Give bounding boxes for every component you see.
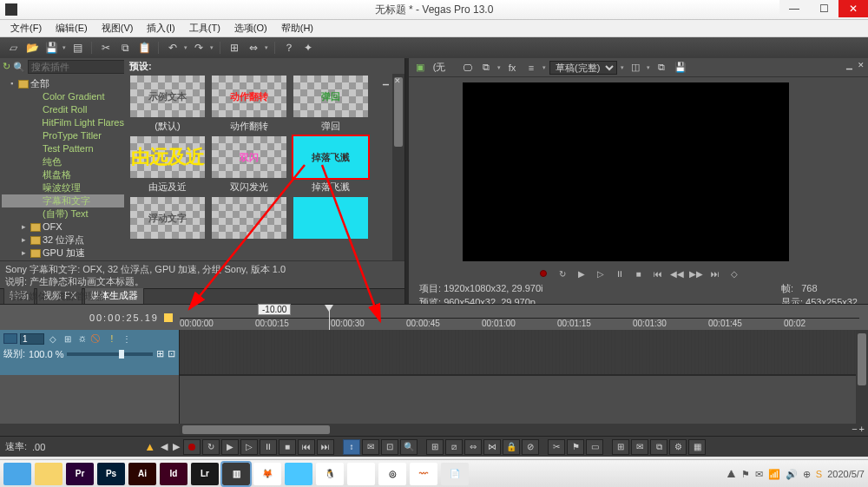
tl-go-start-button[interactable]: ⏮ (298, 439, 315, 455)
save-dropdown-icon[interactable]: ▾ (62, 44, 66, 51)
auto-crossfade-button[interactable]: ⋈ (483, 439, 501, 455)
scrub-right-icon[interactable]: ▶ (173, 441, 180, 452)
ignore-event-button[interactable]: ⊘ (522, 439, 539, 455)
taskbar-app-lightroom[interactable]: Lr (191, 463, 219, 485)
tree-item[interactable]: 棋盘格 (43, 168, 71, 181)
snap-icon[interactable]: ⊞ (227, 40, 242, 56)
marker-flag-icon[interactable] (164, 313, 173, 322)
undo-history-icon[interactable]: ▾ (184, 44, 187, 51)
cut-icon[interactable]: ✂ (98, 40, 114, 56)
tl-record-button[interactable] (183, 439, 201, 455)
playhead[interactable] (329, 305, 330, 330)
current-time[interactable]: 00:00:25.19 (89, 313, 159, 323)
ripple-icon[interactable]: ⇔ (246, 40, 261, 56)
new-project-icon[interactable]: ▱ (5, 40, 21, 56)
zoom-tool-button[interactable]: 🔍 (400, 439, 418, 455)
split-dropdown-icon[interactable]: ▾ (542, 64, 546, 71)
misc-b-button[interactable]: ✉ (631, 439, 648, 455)
taskbar-app-15[interactable]: 📄 (441, 463, 469, 485)
close-button[interactable]: ✕ (838, 0, 868, 17)
panel-close-icon[interactable]: ✕ (856, 60, 866, 70)
video-track-lane[interactable] (180, 330, 868, 375)
refresh-icon[interactable]: ↻ (3, 61, 10, 73)
play-from-start-button[interactable]: ▷ (594, 267, 608, 280)
misc-c-button[interactable]: ⧉ (650, 439, 667, 455)
marker-add-button[interactable]: ⚑ (567, 439, 584, 455)
empty-track-header[interactable] (0, 375, 180, 424)
timeline-body[interactable]: ◇ ⊞ ⛭ ⃠ ! ⋮ 级别: 100.0 % ⊞ ⊡ (0, 330, 868, 424)
misc-e-button[interactable]: ▦ (688, 439, 706, 455)
paste-icon[interactable]: 📋 (136, 40, 152, 56)
more-icon[interactable]: ⋮ (121, 332, 133, 345)
plugin-tree[interactable]: ▪全部 Color Gradient Credit Roll HitFilm L… (0, 76, 124, 260)
scrub-left-icon[interactable]: ◀ (161, 441, 168, 452)
tree-item[interactable]: (自带) Text (43, 207, 89, 220)
menu-view[interactable]: 视图(V) (95, 20, 141, 36)
preview-quality-select[interactable]: 草稿(完整) (549, 61, 617, 75)
preset-thumb-zoom[interactable]: 由远及近 (130, 136, 205, 178)
preset-thumb-9[interactable] (293, 197, 368, 239)
misc-a-button[interactable]: ⊞ (612, 439, 629, 455)
taskbar-app-1[interactable] (3, 463, 31, 485)
menu-help[interactable]: 帮助(H) (274, 20, 320, 36)
split-screen-icon[interactable]: ≡ (523, 60, 539, 76)
prev-frame-button[interactable]: ◀◀ (670, 267, 684, 280)
video-track-header[interactable]: ◇ ⊞ ⛭ ⃠ ! ⋮ 级别: 100.0 % ⊞ ⊡ (0, 330, 180, 375)
tree-item[interactable]: 纯色 (43, 155, 62, 168)
preview-fx-icon[interactable]: fx (504, 60, 520, 76)
pause-button[interactable]: ⏸ (613, 267, 627, 280)
quantize-button[interactable]: ⧄ (445, 439, 463, 455)
envelope-tool-button[interactable]: ✉ (362, 439, 379, 455)
preset-thumb-splash[interactable]: 掉落飞溅 (293, 136, 368, 178)
taskbar-app-vegas[interactable]: ▥ (222, 463, 250, 485)
tray-clock[interactable]: 2020/5/7 (827, 470, 865, 479)
minimize-button[interactable]: — (779, 0, 809, 17)
panel-minimize-icon[interactable]: ▁ (844, 60, 854, 70)
menu-tools[interactable]: 工具(T) (182, 20, 227, 36)
tl-play-button[interactable]: ▶ (221, 439, 239, 455)
monitor-dropdown-icon[interactable]: ▾ (497, 64, 501, 71)
tray-icon[interactable]: ✉ (755, 469, 763, 480)
parent-icon[interactable]: ⊡ (168, 348, 175, 359)
tl-loop-button[interactable]: ↻ (202, 439, 220, 455)
next-frame-button[interactable]: ▶▶ (689, 267, 703, 280)
timeline-h-scrollbar[interactable]: −+ (180, 424, 868, 436)
taskbar-app-firefox[interactable]: 🦊 (253, 463, 281, 485)
preview-tab-icon[interactable]: ▣ (412, 60, 428, 76)
misc-d-button[interactable]: ⚙ (669, 439, 687, 455)
tree-root[interactable]: 全部 (30, 77, 49, 90)
taskbar-app-qq[interactable]: 🐧 (316, 463, 344, 485)
whats-this-icon[interactable]: ？ (281, 40, 297, 56)
quality-dropdown-icon[interactable]: ▾ (621, 64, 624, 71)
tree-item[interactable]: 噪波纹理 (43, 181, 81, 194)
tray-icon[interactable]: ⯅ (727, 469, 736, 479)
wand-icon[interactable]: ✦ (300, 40, 316, 56)
compositing-icon[interactable]: ⊞ (156, 348, 164, 359)
menu-edit[interactable]: 编辑(E) (49, 20, 95, 36)
menu-file[interactable]: 文件(F) (3, 20, 49, 36)
go-start-button[interactable]: ⏮ (651, 267, 665, 280)
taskbar-app-2[interactable] (35, 463, 62, 485)
taskbar-app-12[interactable] (347, 463, 375, 485)
presets-scrollbar[interactable] (392, 74, 404, 260)
auto-ripple-button[interactable]: ⇔ (464, 439, 482, 455)
snapshot-save-icon[interactable]: 💾 (673, 60, 688, 76)
maximize-button[interactable]: ☐ (809, 0, 838, 17)
tray-icon[interactable]: ⚑ (741, 469, 750, 480)
play-button[interactable]: ▶ (575, 267, 589, 280)
time-ruler[interactable]: 00:00:00 00:00:15 00:00:30 00:00:45 00:0… (180, 318, 859, 330)
mute-icon[interactable]: ⃠ (91, 332, 103, 345)
tree-item[interactable]: ProType Titler (43, 129, 102, 142)
level-slider[interactable] (67, 352, 153, 356)
empty-track-area[interactable] (180, 375, 868, 424)
taskbar-app-illustrator[interactable]: Ai (128, 463, 156, 485)
tl-play-from-button[interactable]: ▷ (240, 439, 258, 455)
region-button[interactable]: ▭ (586, 439, 603, 455)
tray-icon[interactable]: 📶 (768, 469, 780, 480)
snap-toggle-button[interactable]: ⊞ (426, 439, 444, 455)
tree-item[interactable]: HitFilm Light Flares (42, 116, 124, 129)
preset-thumb-7[interactable]: 浮动文字 (130, 197, 205, 239)
tl-pause-button[interactable]: ⏸ (260, 439, 277, 455)
split-button[interactable]: ✂ (548, 439, 565, 455)
external-monitor-icon[interactable]: 🖵 (459, 60, 475, 76)
